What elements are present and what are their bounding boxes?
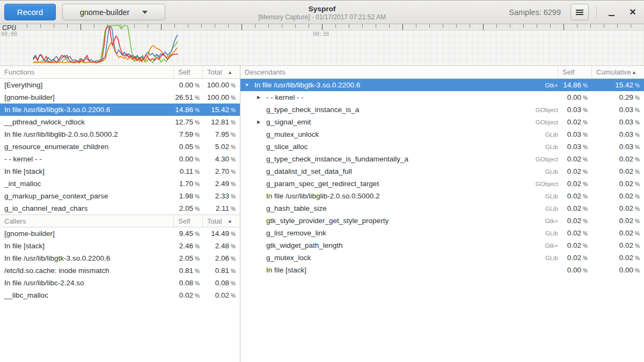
percent-sign: % (635, 83, 640, 88)
hamburger-menu-icon (576, 10, 583, 15)
table-row[interactable]: [Everything]0.00%100.00% (0, 79, 240, 91)
tree-row[interactable]: g_datalist_id_set_data_fullGLib0.02%0.02… (240, 165, 644, 178)
table-row[interactable]: /etc/ld.so.cache: inode mismatch0.81%0.8… (0, 264, 240, 277)
callers-self-column-header[interactable]: Self (174, 215, 203, 227)
self-percent: 0.05% (174, 143, 203, 151)
table-row[interactable]: In file /usr/lib/libc-2.24.so0.08%0.08% (0, 277, 240, 289)
expander-closed-icon[interactable]: ▶ (255, 116, 262, 128)
library-category-label: Gtk+ (527, 218, 558, 224)
table-row[interactable]: __pthread_rwlock_rdlock12.75%12.81% (0, 116, 240, 128)
percent-sign: % (231, 132, 236, 138)
descendant-name: g_mutex_unlock (262, 130, 527, 138)
total-percent: 14.49% (203, 230, 240, 238)
self-percent: 0.02% (558, 254, 592, 262)
self-percent-value: 0.05 (179, 143, 193, 151)
self-percent-value: 0.00 (567, 266, 581, 274)
percent-sign: % (231, 95, 236, 101)
tree-row[interactable]: g_param_spec_get_redirect_targetGObject0… (240, 178, 644, 190)
tree-row[interactable]: g_mutex_lockGLib0.02%0.02% (240, 252, 644, 264)
descendant-name: - - kernel - - (262, 93, 527, 101)
table-row[interactable]: _int_malloc1.70%2.49% (0, 178, 240, 190)
functions-self-column-header[interactable]: Self (174, 66, 203, 78)
total-percent-value: 100.00 (207, 93, 229, 101)
tree-row[interactable]: gtk_widget_path_lengthGtk+0.02%0.02% (240, 239, 644, 252)
table-row[interactable]: In file [stack]2.46%2.48% (0, 240, 240, 252)
total-percent-value: 2.06 (215, 254, 229, 262)
percent-sign: % (583, 231, 588, 237)
table-row[interactable]: In file /usr/lib/libglib-2.0.so.0.5000.2… (0, 128, 240, 141)
self-percent-value: 0.03 (567, 106, 581, 114)
table-row[interactable]: - - kernel - -0.00%4.30% (0, 153, 240, 165)
callers-column-header[interactable]: Callers (0, 215, 174, 227)
table-row[interactable]: __libc_malloc0.02%0.02% (0, 289, 240, 301)
tree-row[interactable]: gtk_style_provider_get_style_propertyGtk… (240, 215, 644, 227)
tree-row[interactable]: In file [stack]0.00%0.00% (240, 264, 644, 276)
total-column-label: Total (207, 68, 222, 76)
function-name: g_markup_parse_context_parse (0, 192, 174, 200)
tree-row[interactable]: g_list_remove_linkGLib0.02%0.02% (240, 227, 644, 239)
table-row[interactable]: g_io_channel_read_chars2.05%2.11% (0, 202, 240, 215)
table-row[interactable]: In file [stack]0.11%2.70% (0, 165, 240, 178)
library-category-label: GLib (527, 131, 558, 138)
tree-row[interactable]: g_type_check_instance_is_aGObject0.03%0.… (240, 104, 644, 116)
tree-row[interactable]: g_type_check_instance_is_fundamentally_a… (240, 153, 644, 165)
percent-sign: % (231, 181, 236, 187)
sort-ascending-icon: ▲ (228, 218, 232, 224)
tree-row[interactable]: In file /usr/lib/libglib-2.0.so.0.5000.2… (240, 190, 644, 202)
percent-sign: % (195, 206, 200, 212)
self-percent: 0.02% (558, 217, 592, 225)
tree-row[interactable]: g_hash_table_sizeGLib0.02%0.02% (240, 202, 644, 215)
cumulative-percent-value: 0.02 (619, 217, 633, 225)
callers-total-column-header[interactable]: Total ▲ (203, 215, 240, 227)
self-percent-value: 0.02 (567, 217, 581, 225)
descendants-self-column-header[interactable]: Self (558, 66, 592, 78)
table-row[interactable]: g_markup_parse_context_parse1.98%2.33% (0, 190, 240, 202)
function-name: In file /usr/lib/libgtk-3.so.0.2200.6 (0, 106, 174, 114)
descendant-name: gtk_style_provider_get_style_property (262, 217, 527, 225)
function-name: [gnome-builder] (0, 93, 174, 101)
cumulative-percent: 0.00% (592, 266, 644, 274)
cpu-usage-graph[interactable]: CPU 00:0000:30 (0, 24, 644, 66)
percent-sign: % (195, 95, 200, 101)
self-percent: 0.03% (558, 143, 592, 151)
tree-row[interactable]: ▼In file /usr/lib/libgtk-3.so.0.2200.6Gt… (240, 79, 644, 91)
total-percent: 0.81% (203, 267, 240, 275)
descendant-name: g_type_check_instance_is_fundamentally_a (262, 155, 527, 163)
percent-sign: % (231, 256, 236, 262)
self-percent: 0.02% (558, 167, 592, 175)
process-selector-dropdown[interactable]: gnome-builder (62, 4, 165, 20)
percent-sign: % (195, 181, 200, 187)
percent-sign: % (635, 95, 640, 101)
total-percent-value: 7.95 (215, 130, 229, 138)
total-percent: 100.00% (203, 93, 240, 101)
expander-closed-icon[interactable]: ▶ (255, 91, 262, 104)
close-button[interactable]: ✕ (626, 5, 640, 19)
tree-row[interactable]: g_mutex_unlockGLib0.03%0.03% (240, 128, 644, 141)
descendant-name: In file /usr/lib/libgtk-3.so.0.2200.6 (250, 81, 527, 89)
table-row[interactable]: [gnome-builder]26.51%100.00% (0, 91, 240, 104)
functions-column-header[interactable]: Functions (0, 66, 174, 78)
table-row[interactable]: [gnome-builder]9.45%14.49% (0, 227, 240, 240)
menu-button[interactable] (570, 4, 589, 20)
self-percent-value: 9.45 (179, 230, 193, 238)
tree-row[interactable]: ▶g_signal_emitGObject0.02%0.03% (240, 116, 644, 128)
descendants-column-header[interactable]: Descendants (240, 66, 558, 78)
descendants-cumulative-column-header[interactable]: Cumulative ▲ (592, 66, 644, 78)
table-row[interactable]: In file /usr/lib/libgtk-3.so.0.2200.62.0… (0, 252, 240, 264)
minimize-button[interactable] (604, 5, 618, 19)
self-percent-value: 0.00 (179, 155, 193, 163)
table-row[interactable]: g_resource_enumerate_children0.05%5.02% (0, 141, 240, 153)
library-category-label: GObject (527, 156, 558, 162)
expander-open-icon[interactable]: ▼ (244, 79, 250, 91)
record-button[interactable]: Record (4, 4, 56, 20)
percent-sign: % (231, 169, 236, 175)
percent-sign: % (195, 280, 200, 286)
tree-row[interactable]: g_slice_allocGLib0.03%0.03% (240, 141, 644, 153)
total-percent: 2.49% (203, 180, 240, 188)
total-percent: 4.30% (203, 155, 240, 163)
percent-sign: % (583, 255, 588, 261)
table-row[interactable]: In file /usr/lib/libgtk-3.so.0.2200.614.… (0, 104, 240, 116)
tree-row[interactable]: ▶- - kernel - -0.00%0.29% (240, 91, 644, 104)
functions-total-column-header[interactable]: Total ▲ (203, 66, 240, 78)
self-percent-value: 0.02 (567, 254, 581, 262)
